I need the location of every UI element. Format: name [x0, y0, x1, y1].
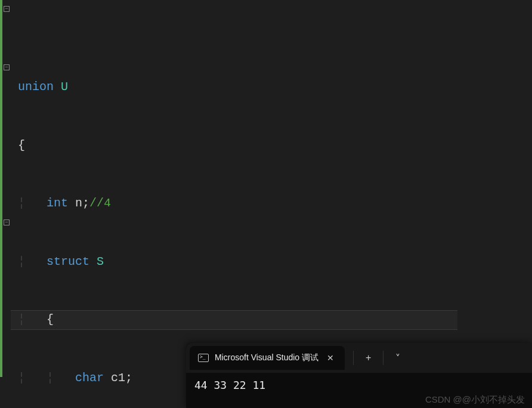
type-S: S — [97, 255, 104, 268]
close-icon[interactable]: ✕ — [324, 352, 336, 364]
tab-dropdown-button[interactable]: ˅ — [389, 349, 406, 367]
terminal-output-area[interactable]: 44 33 22 11 CSDN @@小刘不掉头发 — [186, 373, 532, 408]
divider — [353, 351, 354, 365]
terminal-icon — [198, 354, 209, 362]
new-tab-button[interactable]: + — [360, 349, 377, 367]
terminal-output-line: 44 33 22 11 — [194, 379, 524, 391]
fold-icon[interactable]: − — [4, 6, 10, 12]
member-n: n — [75, 196, 82, 210]
keyword-int: int — [47, 196, 68, 210]
terminal-tabbar: Microsoft Visual Studio 调试 ✕ + ˅ — [186, 343, 532, 373]
type-U: U — [61, 80, 68, 94]
member-c1: c1 — [111, 371, 125, 385]
terminal-tab-title: Microsoft Visual Studio 调试 — [215, 353, 318, 363]
keyword-union: union — [18, 80, 54, 94]
watermark-text: CSDN @@小刘不掉头发 — [425, 394, 525, 406]
editor-gutter: − − − — [0, 0, 11, 408]
fold-icon[interactable]: − — [4, 220, 10, 225]
terminal-panel: Microsoft Visual Studio 调试 ✕ + ˅ 44 33 2… — [186, 343, 532, 408]
change-indicator — [0, 0, 2, 377]
comment: //4 — [89, 196, 111, 210]
brace: { — [18, 138, 25, 152]
keyword-struct: struct — [47, 255, 89, 268]
terminal-tab[interactable]: Microsoft Visual Studio 调试 ✕ — [190, 346, 345, 370]
fold-icon[interactable]: − — [4, 64, 10, 70]
divider — [383, 351, 383, 365]
